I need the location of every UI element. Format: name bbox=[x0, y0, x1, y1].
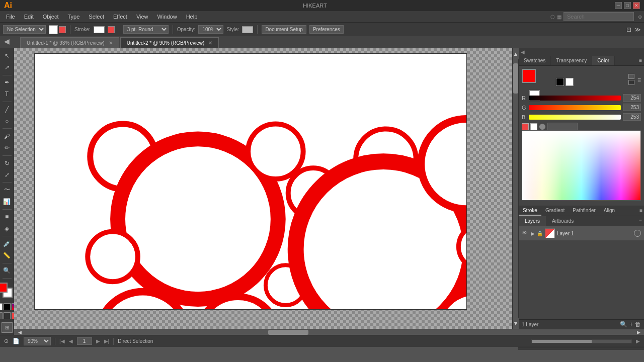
status-icon-doc[interactable]: 📄 bbox=[13, 338, 20, 344]
menu-item-edit[interactable]: Edit bbox=[20, 13, 38, 21]
color-options-btn[interactable]: ≡ bbox=[637, 76, 641, 83]
zoom-select[interactable]: 90% 100% 75% bbox=[24, 337, 51, 345]
status-icon-left[interactable]: ⊙ bbox=[4, 338, 9, 344]
search-layer-icon[interactable]: 🔍 bbox=[620, 321, 627, 328]
menu-item-object[interactable]: Object bbox=[39, 13, 63, 21]
r-value-input[interactable]: 254 bbox=[623, 94, 641, 102]
menu-item-view[interactable]: View bbox=[132, 13, 152, 21]
menu-item-type[interactable]: Type bbox=[64, 13, 84, 21]
scroll-thumb-h[interactable] bbox=[268, 330, 308, 335]
paintbrush-tool[interactable]: 🖌 bbox=[2, 131, 13, 141]
foreground-color-large[interactable] bbox=[522, 69, 536, 83]
color-circle-indicator[interactable] bbox=[539, 124, 545, 130]
layer-visibility-icon[interactable]: 👁 bbox=[522, 230, 529, 237]
g-value-input[interactable]: 253 bbox=[623, 104, 641, 111]
panel-menu-icon[interactable]: ≡ bbox=[637, 56, 644, 65]
g-slider[interactable] bbox=[529, 104, 621, 112]
scale-tool[interactable]: ⤢ bbox=[2, 169, 13, 180]
ellipse-tool[interactable]: ○ bbox=[2, 116, 13, 126]
nav-next[interactable]: ▶ bbox=[96, 338, 100, 344]
menu-item-effect[interactable]: Effect bbox=[109, 13, 131, 21]
page-input[interactable] bbox=[77, 337, 92, 345]
scroll-thumb-v[interactable] bbox=[513, 63, 518, 94]
pen-tool[interactable]: ✒ bbox=[2, 77, 13, 87]
vertical-scrollbar[interactable]: ▲ ▼ bbox=[512, 48, 518, 329]
solid-btn[interactable] bbox=[628, 74, 634, 79]
nav-prev[interactable]: ◀ bbox=[69, 338, 73, 344]
none-icon[interactable] bbox=[0, 303, 3, 310]
document-setup-button[interactable]: Document Setup bbox=[262, 25, 306, 34]
stroke-color-swatch[interactable] bbox=[94, 26, 105, 33]
scroll-down-button[interactable]: ▼ bbox=[513, 318, 519, 329]
black-icon[interactable] bbox=[4, 303, 11, 310]
zoom-tool[interactable]: 🔍 bbox=[2, 265, 13, 276]
pencil-tool[interactable]: ✏ bbox=[2, 143, 13, 153]
pathfinder-tab[interactable]: Pathfinder bbox=[569, 206, 600, 216]
rotate-tool[interactable]: ↻ bbox=[2, 158, 13, 168]
graph-tool[interactable]: 📊 bbox=[2, 197, 13, 207]
gradient-tab[interactable]: Gradient bbox=[541, 206, 569, 216]
foreground-color-swatch[interactable] bbox=[0, 283, 8, 293]
stroke-alt-swatch[interactable] bbox=[108, 26, 115, 33]
stroke-weight-select[interactable]: 3 pt. Round bbox=[123, 25, 169, 34]
b-slider[interactable] bbox=[529, 113, 621, 121]
transparency-tab[interactable]: Transparency bbox=[551, 56, 592, 65]
hex-input[interactable]: FEFDFD bbox=[547, 123, 578, 130]
type-tool[interactable]: T bbox=[2, 89, 13, 100]
color-tab[interactable]: Color bbox=[592, 56, 615, 65]
gradient-tool[interactable]: ■ bbox=[2, 212, 13, 222]
minimize-button[interactable]: ─ bbox=[615, 2, 622, 9]
close-button[interactable]: ✕ bbox=[633, 2, 640, 9]
direct-selection-tool[interactable]: ↗ bbox=[2, 62, 13, 72]
panel-collapse-left[interactable]: ◀ bbox=[4, 37, 10, 45]
fg-mini-swatch[interactable] bbox=[522, 123, 529, 130]
scroll-left-button[interactable]: ◀ bbox=[14, 329, 25, 335]
blend-tool[interactable]: ◈ bbox=[2, 223, 13, 234]
canvas-area[interactable] bbox=[14, 48, 512, 329]
menu-item-window[interactable]: Window bbox=[153, 13, 181, 21]
selection-tool[interactable]: ↖ bbox=[2, 50, 13, 61]
menu-item-file[interactable]: File bbox=[2, 13, 19, 21]
line-tool[interactable]: ╱ bbox=[2, 104, 13, 115]
layers-tab[interactable]: Layers bbox=[519, 216, 546, 226]
selection-dropdown[interactable]: No Selection bbox=[3, 25, 46, 34]
stroke-swatch-small[interactable] bbox=[59, 26, 66, 33]
white-swatch[interactable] bbox=[566, 78, 574, 86]
artboard-tool[interactable]: ⊞ bbox=[2, 322, 13, 333]
tab-2[interactable]: Untitled-2 * @ 90% (RGB/Preview) ✕ bbox=[120, 37, 219, 48]
layer-lock-icon[interactable]: 🔒 bbox=[537, 231, 543, 236]
tab-1[interactable]: Untitled-1 * @ 93% (RGB/Preview) ✕ bbox=[20, 37, 119, 48]
menu-item-help[interactable]: Help bbox=[182, 13, 202, 21]
delete-layer-icon[interactable]: 🗑 bbox=[635, 321, 641, 328]
align-tab[interactable]: Align bbox=[600, 206, 619, 216]
style-swatch[interactable] bbox=[242, 26, 253, 33]
measure-tool[interactable]: 📏 bbox=[2, 250, 13, 261]
artboards-tab[interactable]: Artboards bbox=[546, 216, 580, 226]
scroll-right-button[interactable]: ▶ bbox=[633, 329, 644, 335]
black-swatch[interactable] bbox=[556, 78, 564, 86]
nav-last[interactable]: ▶| bbox=[104, 338, 110, 344]
none-btn[interactable] bbox=[628, 80, 634, 85]
add-layer-icon[interactable]: + bbox=[629, 321, 633, 328]
panel-collapse-right[interactable]: ◀ bbox=[521, 49, 525, 55]
fill-swatch[interactable] bbox=[49, 25, 58, 34]
scroll-up-button[interactable]: ▲ bbox=[513, 48, 519, 59]
r-slider[interactable] bbox=[529, 94, 621, 102]
warp-tool[interactable]: 〜 bbox=[2, 185, 13, 195]
layer-select-circle[interactable] bbox=[634, 230, 641, 237]
menu-item-select[interactable]: Select bbox=[85, 13, 108, 21]
artboard-nav-icon[interactable]: ▶ bbox=[636, 338, 640, 344]
swatches-tab[interactable]: Swatches bbox=[519, 56, 551, 65]
opacity-select[interactable]: 100% bbox=[198, 25, 223, 34]
tab-1-close[interactable]: ✕ bbox=[109, 40, 113, 46]
bg-mini-swatch[interactable] bbox=[530, 123, 537, 130]
horizontal-scrollbar[interactable] bbox=[25, 329, 633, 335]
layer-expand-icon[interactable]: ▶ bbox=[531, 231, 535, 236]
draw-mode-icon[interactable] bbox=[4, 312, 11, 319]
normal-mode-icon[interactable] bbox=[0, 312, 3, 319]
bottom-panel-menu[interactable]: ≡ bbox=[638, 206, 644, 216]
search-input[interactable] bbox=[564, 12, 634, 21]
eyedropper-tool[interactable]: 💉 bbox=[2, 238, 13, 249]
layers-menu[interactable]: ≡ bbox=[637, 216, 644, 226]
b-value-input[interactable]: 253 bbox=[623, 113, 641, 121]
